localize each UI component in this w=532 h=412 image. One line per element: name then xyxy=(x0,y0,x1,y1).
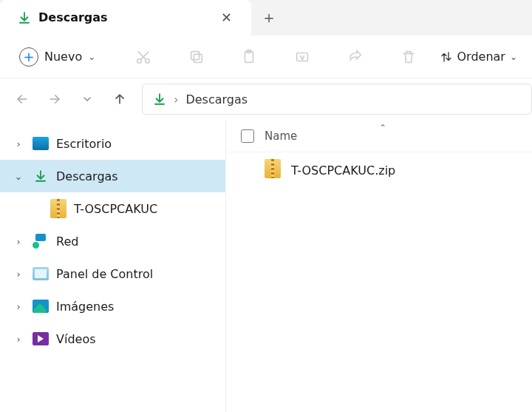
control-panel-icon xyxy=(33,266,49,282)
tab-bar: Descargas ✕ ＋ xyxy=(0,0,532,36)
close-icon[interactable]: ✕ xyxy=(215,7,238,28)
file-list: Name ⌃ T-OSCPCAKUC.zip xyxy=(225,120,532,412)
svg-point-1 xyxy=(146,58,150,63)
tree-item-network[interactable]: › Red xyxy=(0,225,225,257)
download-icon xyxy=(153,92,166,106)
download-icon xyxy=(18,11,31,24)
images-icon xyxy=(33,298,49,314)
new-button[interactable]: + Nuevo ⌄ xyxy=(16,42,103,72)
sort-indicator-icon: ⌃ xyxy=(379,123,386,133)
tree-label: Vídeos xyxy=(56,332,96,346)
column-header[interactable]: Name ⌃ xyxy=(226,120,532,152)
tree-label: Escritorio xyxy=(56,137,112,151)
sort-button[interactable]: Ordenar ⌄ xyxy=(437,50,520,64)
tree-label: T-OSCPCAKUC xyxy=(74,202,157,216)
tree-item-images[interactable]: › Imágenes xyxy=(0,290,225,322)
nav-row: › Descargas xyxy=(0,78,532,120)
tree-item-zip-folder[interactable]: T-OSCPCAKUC xyxy=(0,192,225,225)
tree-item-downloads[interactable]: ⌄ Descargas xyxy=(0,160,225,192)
tab-title: Descargas xyxy=(38,10,208,24)
tab-active[interactable]: Descargas ✕ xyxy=(0,0,251,36)
sort-label: Ordenar xyxy=(457,50,505,64)
zip-icon xyxy=(50,200,66,217)
column-name[interactable]: Name xyxy=(265,129,297,143)
network-icon xyxy=(33,233,49,249)
up-button[interactable] xyxy=(105,84,134,114)
toolbar: + Nuevo ⌄ Ordenar ⌄ xyxy=(0,36,532,78)
nav-tree: › Escritorio ⌄ Descargas T-OSCPCAKUC › R… xyxy=(0,120,225,412)
tree-label: Imágenes xyxy=(56,300,114,314)
svg-rect-3 xyxy=(191,51,199,59)
file-row[interactable]: T-OSCPCAKUC.zip xyxy=(226,152,532,188)
copy-button[interactable] xyxy=(180,42,213,72)
chevron-right-icon[interactable]: › xyxy=(12,236,25,247)
new-label: Nuevo xyxy=(44,50,82,64)
chevron-right-icon[interactable]: › xyxy=(12,301,25,312)
address-bar[interactable]: › Descargas xyxy=(142,84,532,115)
delete-button[interactable] xyxy=(392,42,425,72)
sort-icon xyxy=(440,50,453,64)
breadcrumb-current[interactable]: Descargas xyxy=(185,92,248,107)
rename-button[interactable] xyxy=(286,42,318,72)
videos-icon xyxy=(33,331,49,347)
chevron-right-icon[interactable]: › xyxy=(12,334,25,345)
select-all-checkbox[interactable] xyxy=(241,129,254,143)
desktop-icon xyxy=(33,135,49,152)
chevron-down-icon: ⌄ xyxy=(510,52,517,62)
file-name: T-OSCPCAKUC.zip xyxy=(291,163,395,178)
zip-icon xyxy=(265,159,281,181)
forward-button[interactable] xyxy=(40,84,69,114)
download-icon xyxy=(33,168,49,184)
tree-label: Descargas xyxy=(56,169,118,183)
new-tab-button[interactable]: ＋ xyxy=(251,7,287,29)
tree-item-control-panel[interactable]: › Panel de Control xyxy=(0,257,225,290)
tree-label: Red xyxy=(56,234,78,249)
body: › Escritorio ⌄ Descargas T-OSCPCAKUC › R… xyxy=(0,120,532,412)
recent-dropdown[interactable] xyxy=(72,84,102,114)
tree-label: Panel de Control xyxy=(56,267,153,281)
cut-button[interactable] xyxy=(127,42,160,72)
tree-item-desktop[interactable]: › Escritorio xyxy=(0,127,225,160)
chevron-right-icon[interactable]: › xyxy=(12,138,25,149)
chevron-right-icon[interactable]: › xyxy=(12,269,25,280)
tree-item-videos[interactable]: › Vídeos xyxy=(0,322,225,355)
paste-button[interactable] xyxy=(233,42,265,72)
breadcrumb-chevron-icon: › xyxy=(174,92,178,107)
chevron-down-icon[interactable]: ⌄ xyxy=(12,171,25,182)
back-button[interactable] xyxy=(7,84,37,114)
svg-point-0 xyxy=(137,58,142,63)
share-button[interactable] xyxy=(339,42,372,72)
chevron-down-icon: ⌄ xyxy=(88,52,95,62)
svg-rect-2 xyxy=(194,54,202,62)
plus-circle-icon: + xyxy=(19,47,38,67)
